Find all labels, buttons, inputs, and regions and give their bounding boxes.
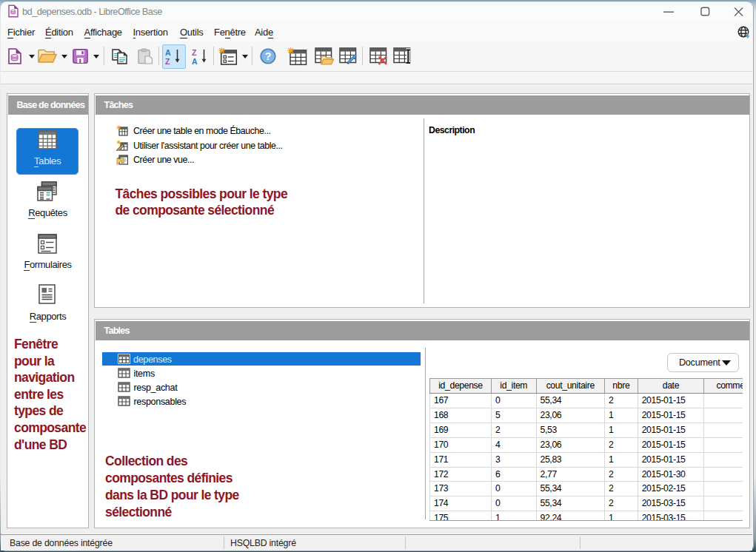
svg-text:Z: Z	[192, 48, 197, 57]
svg-text:A: A	[165, 48, 171, 57]
svg-text:?: ?	[265, 50, 272, 62]
svg-text:Z: Z	[165, 57, 170, 66]
svg-text:A: A	[192, 57, 198, 66]
